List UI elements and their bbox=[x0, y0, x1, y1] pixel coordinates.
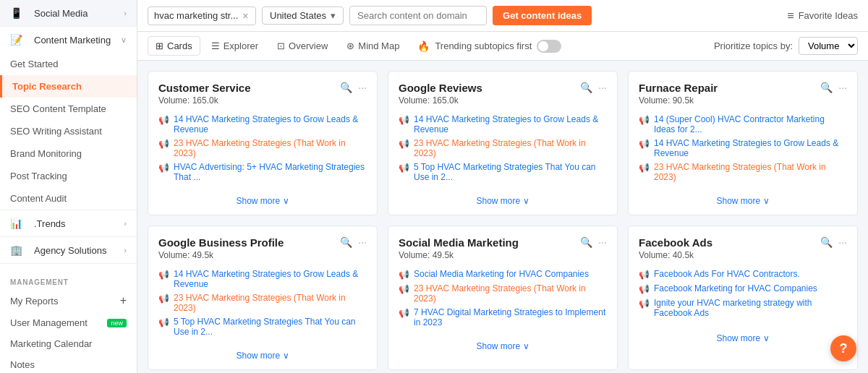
sidebar-item-user-management[interactable]: User Management new bbox=[0, 312, 137, 333]
speaker-icon: 📢 bbox=[639, 163, 650, 173]
speaker-icon: 📢 bbox=[399, 284, 409, 294]
card-link-text[interactable]: Social Media Marketing for HVAC Companie… bbox=[414, 269, 589, 279]
card-link-text[interactable]: 23 HVAC Marketing Strategies (That Work … bbox=[414, 138, 607, 158]
card-link: 📢 14 HVAC Marketing Strategies to Grow L… bbox=[399, 114, 607, 134]
sidebar-item-social-media[interactable]: 📱 Social Media › bbox=[0, 0, 137, 26]
cards-grid: Customer Service 🔍 ··· Volume: 165.0k 📢 … bbox=[148, 71, 858, 370]
card-link-text[interactable]: Ignite your HVAC marketing strategy with… bbox=[654, 298, 847, 318]
speaker-icon: 📢 bbox=[158, 270, 169, 280]
card-link-text[interactable]: 14 HVAC Marketing Strategies to Grow Lea… bbox=[174, 269, 367, 289]
main-content: hvac marketing str... × United States ▾ … bbox=[137, 0, 868, 373]
more-options-icon[interactable]: ··· bbox=[838, 236, 847, 248]
card-link-text[interactable]: 14 HVAC Marketing Strategies to Grow Lea… bbox=[174, 114, 367, 134]
card-title: Social Media Marketing bbox=[399, 236, 519, 249]
tab-cards[interactable]: ⊞ Cards bbox=[148, 36, 200, 56]
show-more-link[interactable]: Show more ∨ bbox=[236, 351, 289, 361]
search-card-icon[interactable]: 🔍 bbox=[820, 82, 833, 93]
card-link-text[interactable]: 5 Top HVAC Marketing Strategies That You… bbox=[174, 317, 367, 337]
card-link: 📢 23 HVAC Marketing Strategies (That Wor… bbox=[158, 138, 367, 158]
card-header: Google Business Profile 🔍 ··· bbox=[158, 236, 367, 249]
sidebar-item-marketing-calendar[interactable]: Marketing Calendar bbox=[0, 333, 137, 354]
sidebar-item-agency-solutions[interactable]: 🏢 Agency Solutions › bbox=[0, 237, 137, 263]
social-media-icon: 📱 bbox=[10, 7, 22, 19]
search-card-icon[interactable]: 🔍 bbox=[340, 236, 352, 248]
fire-icon: 🔥 bbox=[417, 40, 430, 52]
tab-explorer[interactable]: ☰ Explorer bbox=[203, 36, 266, 56]
favorite-ideas-button[interactable]: ≡ Favorite Ideas bbox=[787, 9, 858, 22]
mind-map-icon: ⊛ bbox=[346, 40, 354, 51]
card-header: Google Reviews 🔍 ··· bbox=[399, 82, 607, 94]
tab-mind-map[interactable]: ⊛ Mind Map bbox=[339, 36, 407, 56]
help-button[interactable]: ? bbox=[830, 335, 856, 361]
show-more-link[interactable]: Show more ∨ bbox=[236, 196, 289, 206]
card-header: Social Media Marketing 🔍 ··· bbox=[399, 236, 607, 249]
search-tag[interactable]: hvac marketing str... × bbox=[148, 7, 256, 25]
card-actions: 🔍 ··· bbox=[340, 82, 367, 93]
chevron-right-icon-agency: › bbox=[124, 246, 127, 254]
card-link-text[interactable]: 14 HVAC Marketing Strategies to Grow Lea… bbox=[414, 114, 607, 134]
search-card-icon[interactable]: 🔍 bbox=[580, 236, 592, 248]
show-more-link[interactable]: Show more ∨ bbox=[476, 341, 529, 351]
card-link-text[interactable]: 14 (Super Cool) HVAC Contractor Marketin… bbox=[654, 114, 847, 134]
domain-search-input[interactable] bbox=[349, 6, 487, 25]
speaker-icon: 📢 bbox=[639, 270, 650, 280]
toolbar-right: Prioritize topics by: Volume bbox=[714, 37, 858, 55]
prioritize-label: Prioritize topics by: bbox=[714, 40, 793, 51]
country-select[interactable]: United States ▾ bbox=[262, 7, 344, 25]
card-volume: Volume: 165.0k bbox=[399, 95, 607, 106]
topbar: hvac marketing str... × United States ▾ … bbox=[137, 0, 868, 32]
more-options-icon[interactable]: ··· bbox=[838, 82, 847, 93]
sidebar-item-trends[interactable]: 📊 .Trends › bbox=[0, 210, 137, 236]
card-link-text[interactable]: 23 HVAC Marketing Strategies (That Work … bbox=[174, 293, 367, 313]
sidebar-item-my-reports[interactable]: My Reports + bbox=[0, 289, 137, 312]
country-label: United States bbox=[270, 10, 326, 21]
tab-overview[interactable]: ⊡ Overview bbox=[269, 36, 336, 56]
sidebar: 📱 Social Media › 📝 Content Marketing ∨ G… bbox=[0, 0, 137, 373]
more-options-icon[interactable]: ··· bbox=[358, 236, 367, 248]
card-link-text[interactable]: 23 HVAC Marketing Strategies (That Work … bbox=[414, 283, 607, 304]
search-card-icon[interactable]: 🔍 bbox=[820, 236, 833, 248]
show-more-link[interactable]: Show more ∨ bbox=[476, 196, 529, 206]
sidebar-item-notes[interactable]: Notes bbox=[0, 354, 137, 373]
sidebar-item-brand-monitoring[interactable]: Brand Monitoring bbox=[0, 142, 137, 165]
card-link-text[interactable]: Facebook Ads For HVAC Contractors. bbox=[654, 269, 800, 279]
sidebar-item-get-started[interactable]: Get Started bbox=[0, 53, 137, 75]
card-link-text[interactable]: HVAC Advertising: 5+ HVAC Marketing Stra… bbox=[174, 162, 367, 182]
card-link-text[interactable]: 5 Top HVAC Marketing Strategies That You… bbox=[414, 162, 607, 182]
card-link-text[interactable]: Facebook Marketing for HVAC Companies bbox=[654, 283, 817, 293]
card-link-text[interactable]: 23 HVAC Marketing Strategies (That Work … bbox=[174, 138, 367, 158]
chevron-right-icon: › bbox=[124, 9, 127, 17]
dropdown-arrow-icon: ▾ bbox=[331, 10, 336, 21]
search-tag-close[interactable]: × bbox=[242, 10, 248, 22]
search-card-icon[interactable]: 🔍 bbox=[580, 82, 592, 93]
sort-select[interactable]: Volume bbox=[799, 37, 858, 55]
more-options-icon[interactable]: ··· bbox=[598, 82, 607, 93]
card-link-text[interactable]: 7 HVAC Digital Marketing Strategies to I… bbox=[414, 307, 607, 327]
get-content-ideas-button[interactable]: Get content ideas bbox=[493, 6, 592, 25]
more-options-icon[interactable]: ··· bbox=[598, 236, 607, 248]
sidebar-item-seo-content-template[interactable]: SEO Content Template bbox=[0, 98, 137, 120]
trending-toggle[interactable] bbox=[537, 40, 561, 53]
show-more: Show more ∨ bbox=[399, 189, 607, 207]
search-card-icon[interactable]: 🔍 bbox=[340, 82, 352, 93]
show-more: Show more ∨ bbox=[639, 327, 847, 345]
speaker-icon: 📢 bbox=[399, 139, 409, 149]
show-more-link[interactable]: Show more ∨ bbox=[716, 333, 769, 343]
sidebar-item-topic-research[interactable]: Topic Research bbox=[0, 75, 137, 98]
card-title: Furnace Repair bbox=[639, 82, 718, 94]
card-link: 📢 Facebook Marketing for HVAC Companies bbox=[639, 283, 847, 294]
card-link: 📢 14 HVAC Marketing Strategies to Grow L… bbox=[639, 138, 847, 158]
more-options-icon[interactable]: ··· bbox=[358, 82, 367, 93]
cards-area: Customer Service 🔍 ··· Volume: 165.0k 📢 … bbox=[137, 61, 868, 373]
sidebar-item-post-tracking[interactable]: Post Tracking bbox=[0, 165, 137, 187]
sidebar-item-content-audit[interactable]: Content Audit bbox=[0, 187, 137, 210]
card-link-text[interactable]: 23 HVAC Marketing Strategies (That Work … bbox=[654, 162, 847, 182]
sidebar-item-content-marketing[interactable]: 📝 Content Marketing ∨ bbox=[0, 27, 137, 53]
card-links: 📢 14 HVAC Marketing Strategies to Grow L… bbox=[158, 114, 367, 182]
show-more-link[interactable]: Show more ∨ bbox=[716, 196, 769, 206]
card-link-text[interactable]: 14 HVAC Marketing Strategies to Grow Lea… bbox=[654, 138, 847, 158]
sidebar-item-seo-writing-assistant[interactable]: SEO Writing Assistant bbox=[0, 120, 137, 142]
list-icon: ≡ bbox=[787, 9, 793, 22]
card-header: Customer Service 🔍 ··· bbox=[158, 82, 367, 94]
card-furnace-repair: Furnace Repair 🔍 ··· Volume: 90.5k 📢 14 … bbox=[628, 71, 858, 215]
